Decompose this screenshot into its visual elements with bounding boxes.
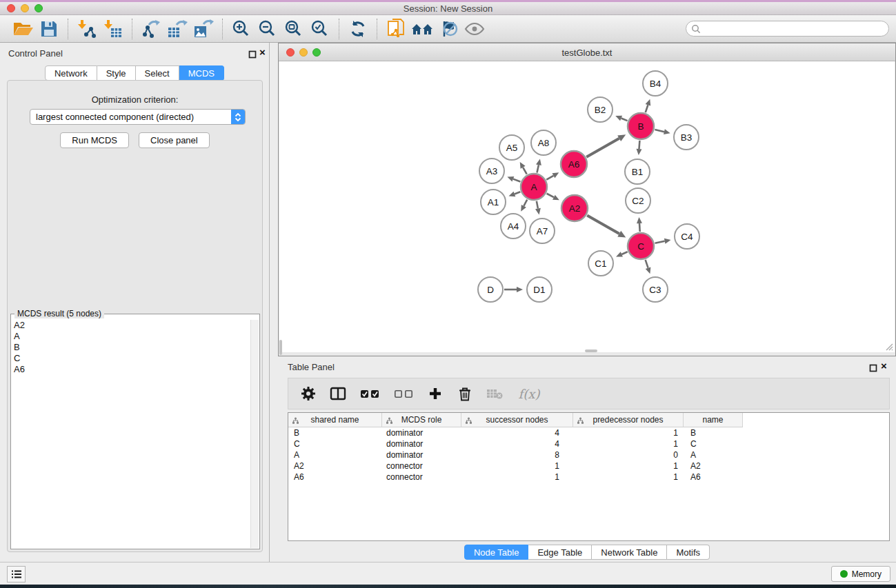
search-input[interactable]: [701, 23, 888, 35]
memory-button[interactable]: Memory: [831, 566, 890, 582]
graph-edge-A-A8[interactable]: [537, 165, 538, 172]
zoom-in-icon[interactable]: [228, 17, 255, 41]
new-network-file-icon[interactable]: [383, 17, 409, 41]
table-cell[interactable]: C: [288, 438, 382, 449]
mcds-list-scrollbar[interactable]: [250, 320, 259, 548]
canvas-vscroll-thumb[interactable]: [279, 340, 282, 355]
refresh-icon[interactable]: [345, 17, 371, 41]
mcds-result-item[interactable]: A6: [12, 364, 250, 375]
column-header-name[interactable]: name: [684, 413, 743, 427]
hide-selected-icon[interactable]: [435, 17, 461, 41]
column-header-mcds-role[interactable]: MCDS role: [382, 413, 461, 427]
table-row[interactable]: Adominator80A: [288, 449, 889, 460]
zoom-selected-icon[interactable]: [307, 17, 333, 41]
tab-edge-table[interactable]: Edge Table: [528, 545, 592, 560]
table-cell[interactable]: 1: [573, 472, 684, 483]
delete-table-icon[interactable]: [486, 385, 504, 403]
criterion-dropdown[interactable]: largest connected component (directed): [30, 109, 246, 125]
graph-edge-A-A2[interactable]: [547, 194, 554, 197]
task-history-button[interactable]: [7, 566, 26, 582]
delete-icon[interactable]: [456, 385, 474, 403]
select-all-icon[interactable]: [359, 385, 381, 403]
deselect-all-icon[interactable]: [392, 385, 415, 403]
table-row[interactable]: Cdominator41C: [288, 438, 889, 449]
table-cell[interactable]: 4: [461, 427, 573, 438]
search-field[interactable]: [686, 21, 889, 37]
float-table-panel-icon[interactable]: [869, 363, 877, 371]
window-resize-grip[interactable]: [884, 341, 893, 351]
table-cell[interactable]: B: [288, 427, 382, 438]
run-mcds-button[interactable]: Run MCDS: [60, 132, 129, 148]
table-cell[interactable]: connector: [382, 472, 461, 483]
import-network-icon[interactable]: [74, 17, 100, 41]
graph-edge-A2-C[interactable]: [587, 215, 619, 234]
canvas-hscroll-thumb[interactable]: [585, 349, 597, 352]
column-view-icon[interactable]: [329, 385, 347, 403]
graph-edge-C-C3[interactable]: [646, 260, 648, 268]
graph-edge-B-B4[interactable]: [646, 105, 648, 112]
table-cell[interactable]: A2: [288, 460, 382, 472]
graph-edge-B-B1[interactable]: [639, 141, 639, 149]
graph-edge-A-A7[interactable]: [537, 201, 538, 209]
network-minimize-button[interactable]: [299, 48, 308, 57]
table-cell[interactable]: 1: [461, 472, 573, 483]
table-row[interactable]: A6connector11A6: [288, 472, 889, 483]
close-panel-button[interactable]: Close panel: [139, 132, 210, 148]
table-cell[interactable]: dominator: [382, 427, 461, 438]
graph-edge-A-A4[interactable]: [524, 200, 527, 206]
table-cell[interactable]: 1: [461, 460, 573, 472]
mcds-result-item[interactable]: A: [12, 331, 250, 342]
table-cell[interactable]: A6: [684, 472, 743, 483]
graph-edge-A-A6[interactable]: [546, 176, 553, 180]
tab-network-table[interactable]: Network Table: [592, 545, 667, 560]
column-header-predecessor-nodes[interactable]: predecessor nodes: [573, 413, 684, 427]
network-window-titlebar[interactable]: testGlobe.txt: [279, 43, 895, 61]
table-cell[interactable]: connector: [382, 460, 461, 472]
table-cell[interactable]: A: [288, 449, 382, 460]
table-cell[interactable]: B: [684, 427, 743, 438]
mcds-result-item[interactable]: A2: [12, 320, 250, 331]
table-row[interactable]: Bdominator41B: [288, 427, 889, 438]
table-cell[interactable]: 0: [573, 449, 684, 460]
table-row[interactable]: A2connector11A2: [288, 460, 889, 472]
graph-edge-C-C1[interactable]: [621, 252, 627, 254]
graph-edge-B-B3[interactable]: [655, 130, 664, 132]
table-cell[interactable]: C: [684, 438, 743, 449]
graph-edge-A-A5[interactable]: [523, 168, 527, 174]
import-table-icon[interactable]: [100, 17, 126, 41]
zoom-fit-icon[interactable]: [281, 17, 307, 41]
float-panel-icon[interactable]: [248, 49, 257, 57]
column-header-successor-nodes[interactable]: successor nodes: [461, 413, 573, 427]
function-builder-icon[interactable]: f(x): [515, 385, 543, 403]
close-panel-icon[interactable]: ×: [259, 45, 266, 59]
graph-edge-A-A3[interactable]: [513, 179, 520, 182]
table-cell[interactable]: 1: [573, 427, 684, 438]
table-cell[interactable]: A2: [684, 460, 743, 472]
export-table-icon[interactable]: [164, 17, 190, 41]
table-cell[interactable]: dominator: [382, 449, 461, 460]
zoom-out-icon[interactable]: [255, 17, 281, 41]
close-table-panel-icon[interactable]: ×: [881, 359, 887, 373]
network-zoom-button[interactable]: [312, 48, 321, 57]
first-neighbors-icon[interactable]: [409, 17, 435, 41]
tab-motifs[interactable]: Motifs: [667, 545, 710, 560]
network-close-button[interactable]: [286, 48, 295, 57]
tab-network[interactable]: Network: [45, 65, 97, 81]
mcds-result-item[interactable]: B: [12, 342, 250, 353]
open-file-icon[interactable]: [10, 17, 36, 41]
tab-select[interactable]: Select: [136, 65, 179, 81]
graph-edge-C-C4[interactable]: [655, 241, 665, 243]
graph-edge-B-B2[interactable]: [621, 118, 628, 121]
table-cell[interactable]: A6: [288, 472, 382, 483]
table-cell[interactable]: 1: [573, 438, 684, 449]
graph-edge-A-A1[interactable]: [515, 192, 520, 194]
column-header-shared-name[interactable]: shared name: [288, 413, 382, 427]
graph-edge-A6-B[interactable]: [586, 139, 619, 157]
tab-node-table[interactable]: Node Table: [464, 545, 529, 560]
graph-edge-C-C2[interactable]: [639, 223, 640, 232]
show-all-icon[interactable]: [461, 17, 488, 41]
network-canvas[interactable]: B4B2BB3A5A8A6A3B1AA1C2A2A4A7C4CC1C3DD1: [279, 61, 895, 352]
export-image-icon[interactable]: [190, 17, 217, 41]
tab-style[interactable]: Style: [97, 65, 136, 81]
table-cell[interactable]: A: [684, 449, 743, 460]
